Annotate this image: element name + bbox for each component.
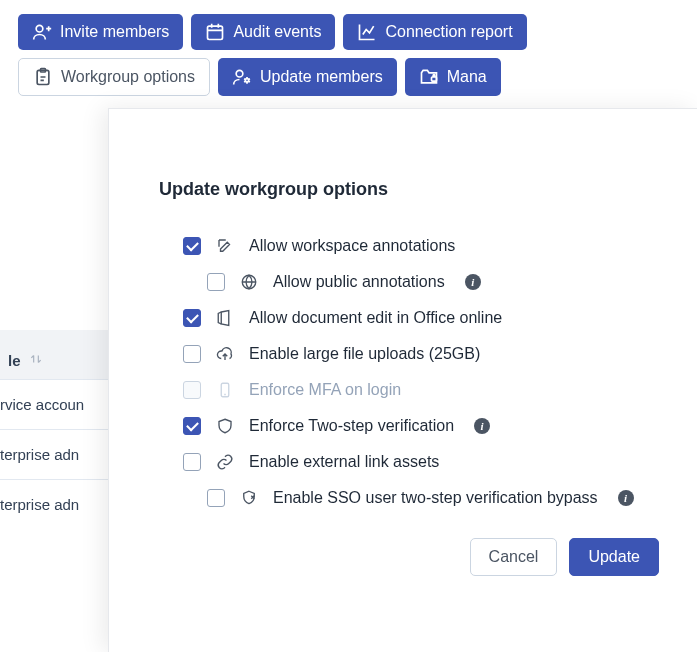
checkbox-office[interactable]	[183, 309, 201, 327]
option-label: Enforce MFA on login	[249, 381, 401, 399]
option-label: Enforce Two-step verification	[249, 417, 454, 435]
shield-icon	[215, 416, 235, 436]
phone-icon	[215, 380, 235, 400]
shield-bypass-icon	[239, 488, 259, 508]
audit-events-label: Audit events	[233, 22, 321, 41]
table-row[interactable]: rvice accoun	[0, 379, 115, 429]
option-label: Enable large file uploads (25GB)	[249, 345, 480, 363]
table-row[interactable]: terprise adn	[0, 479, 115, 529]
checkbox-public-annotations[interactable]	[207, 273, 225, 291]
workgroup-options-button[interactable]: Workgroup options	[18, 58, 210, 96]
column-label: le	[8, 352, 21, 369]
svg-rect-6	[431, 77, 436, 81]
options-list: Allow workspace annotations Allow public…	[183, 228, 667, 516]
invite-members-button[interactable]: Invite members	[18, 14, 183, 50]
folder-lock-icon	[419, 67, 439, 87]
option-mfa: Enforce MFA on login	[183, 372, 667, 408]
option-label: Allow public annotations	[273, 273, 445, 291]
option-public-annotations: Allow public annotations i	[207, 264, 667, 300]
connection-report-label: Connection report	[385, 22, 512, 41]
table-column-header[interactable]: le	[0, 330, 115, 379]
svg-point-5	[245, 79, 248, 82]
info-icon[interactable]: i	[618, 490, 634, 506]
info-icon[interactable]: i	[474, 418, 490, 434]
update-members-label: Update members	[260, 67, 383, 86]
info-icon[interactable]: i	[465, 274, 481, 290]
update-members-button[interactable]: Update members	[218, 58, 397, 96]
globe-icon	[239, 272, 259, 292]
clipboard-icon	[33, 67, 53, 87]
svg-point-4	[236, 70, 243, 77]
option-large-upload: Enable large file uploads (25GB)	[183, 336, 667, 372]
option-twostep: Enforce Two-step verification i	[183, 408, 667, 444]
workgroup-options-label: Workgroup options	[61, 67, 195, 86]
checkbox-sso-bypass[interactable]	[207, 489, 225, 507]
option-sso-bypass: Enable SSO user two-step verification by…	[207, 480, 667, 516]
checkbox-mfa	[183, 381, 201, 399]
connection-report-button[interactable]: Connection report	[343, 14, 526, 50]
toolbar: Invite members Audit events Connection r…	[0, 0, 697, 96]
user-gear-icon	[232, 67, 252, 87]
audit-events-button[interactable]: Audit events	[191, 14, 335, 50]
table-row[interactable]: terprise adn	[0, 429, 115, 479]
cloud-upload-icon	[215, 344, 235, 364]
manage-label: Mana	[447, 67, 487, 86]
background-table: le rvice accoun terprise adn terprise ad…	[0, 330, 115, 529]
option-office: Allow document edit in Office online	[183, 300, 667, 336]
update-button[interactable]: Update	[569, 538, 659, 576]
svg-point-0	[36, 25, 43, 32]
link-icon	[215, 452, 235, 472]
calendar-icon	[205, 22, 225, 42]
office-icon	[215, 308, 235, 328]
manage-button[interactable]: Mana	[405, 58, 501, 96]
users-icon	[32, 22, 52, 42]
invite-members-label: Invite members	[60, 22, 169, 41]
modal-footer: Cancel Update	[139, 538, 667, 576]
option-label: Allow document edit in Office online	[249, 309, 502, 327]
option-label: Enable external link assets	[249, 453, 439, 471]
option-label: Allow workspace annotations	[249, 237, 455, 255]
checkbox-large-upload[interactable]	[183, 345, 201, 363]
cancel-button[interactable]: Cancel	[470, 538, 558, 576]
sort-icon[interactable]	[29, 352, 43, 369]
chart-icon	[357, 22, 377, 42]
option-label: Enable SSO user two-step verification by…	[273, 489, 598, 507]
checkbox-annotations[interactable]	[183, 237, 201, 255]
option-annotations: Allow workspace annotations	[183, 228, 667, 264]
option-external-link: Enable external link assets	[183, 444, 667, 480]
svg-rect-1	[208, 26, 223, 39]
pencil-icon	[215, 236, 235, 256]
checkbox-external-link[interactable]	[183, 453, 201, 471]
update-workgroup-options-modal: Update workgroup options Allow workspace…	[108, 108, 697, 652]
checkbox-twostep[interactable]	[183, 417, 201, 435]
modal-title: Update workgroup options	[159, 179, 667, 200]
